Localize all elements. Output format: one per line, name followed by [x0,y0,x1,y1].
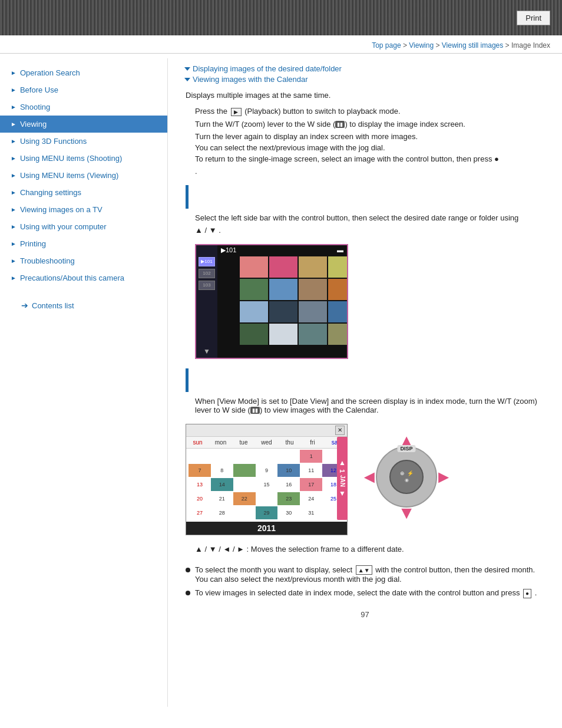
cal-cell [256,450,278,463]
cam-cell [328,279,348,300]
cal-cell: 15 [256,478,278,491]
sidebar-item-label: Precautions/About this camera [20,274,124,282]
zoom-icon: ⊕ [400,470,405,476]
sidebar-item-label: Troubleshooting [20,256,75,265]
breadcrumb: Top page > Viewing > Viewing still image… [0,35,562,54]
cal-cell: 21 [211,492,233,505]
sidebar-item-operation-search[interactable]: ► Operation Search [0,64,167,81]
sidebar-item-menu-viewing[interactable]: ► Using MENU items (Viewing) [0,167,167,184]
sidebar-item-3d[interactable]: ► Using 3D Functions [0,133,167,150]
arrow-icon: ► [11,189,16,196]
sidebar-item-label: Using MENU items (Viewing) [20,171,118,180]
folder-section [186,185,544,209]
dial-icons: ⊕ ⚡ [400,470,414,476]
cam-cell [328,324,348,345]
bullet-item-1: To select the month you want to display,… [186,565,544,584]
arrow-icon: ► [11,172,16,179]
cal-cell [233,464,256,477]
arrow-icon: ► [11,121,16,127]
sidebar-item-viewing[interactable]: ► Viewing [0,116,167,133]
blue-bar [186,185,189,209]
cal-cell: 31 [300,506,322,519]
cal-cell: 10 [277,464,300,477]
arrow-icon: ► [11,223,16,230]
step-2: Turn the W/T (zoom) lever to the W side … [186,120,544,129]
section-link-calendar[interactable]: Viewing images with the Calendar [186,75,544,84]
cal-cell [233,506,256,519]
cal-cell: 23 [277,492,300,505]
bullet-dot [186,568,190,572]
print-button[interactable]: Print [517,11,550,25]
page-number: 97 [186,610,544,619]
section-link-date[interactable]: Displaying images of the desired date/fo… [186,64,544,73]
cal-cell: 24 [300,492,322,505]
dial-inner-circle: ⊕ ⚡ ◉ [389,460,424,494]
cal-day-tue: tue [232,438,255,447]
playback-icon: ▶ [231,108,242,116]
cal-day-headers: sun mon tue wed thu fri sat [186,437,347,449]
breadcrumb-viewing-still[interactable]: Viewing still images [442,41,504,50]
breadcrumb-top[interactable]: Top page [372,41,401,50]
cal-body: 1 7 8 9 10 11 12 [186,449,347,522]
cal-header: ✕ [186,424,347,437]
arrow-icon: ► [11,258,16,264]
calendar-desc: When [View Mode] is set to [Date View] a… [186,397,544,414]
cam-cell [240,324,268,345]
cal-cell [211,450,233,463]
calendar-section [186,368,544,392]
bullet-text-2: To view images in selected date in index… [195,588,537,598]
triangle-icon [184,78,190,81]
sidebar-item-troubleshooting[interactable]: ► Troubleshooting [0,252,167,269]
step-3: Turn the lever again to display an index… [186,132,544,141]
triangle-icon [184,67,190,71]
arrow-icon: ► [11,155,16,162]
sidebar-item-precautions[interactable]: ► Precautions/About this camera [0,269,167,286]
main-layout: ► Operation Search ► Before Use ► Shooti… [0,58,562,707]
dial-right-arrow: ► [435,467,452,487]
step-period: . [186,167,544,176]
sidebar-item-changing-settings[interactable]: ► Changing settings [0,184,167,201]
section-link-date-label: Displaying images of the desired date/fo… [193,64,342,73]
blue-bar-2 [186,368,189,392]
cal-cell: 20 [189,492,211,505]
cal-cell: 7 [189,464,211,477]
cal-cell: 8 [211,464,233,477]
dial-outer-ring: ⊕ ⚡ ◉ [376,446,437,508]
sidebar-item-menu-shooting[interactable]: ► Using MENU items (Shooting) [0,150,167,167]
control-dial-area: ▲ ▼ ◄ ► ⊕ ⚡ [365,430,448,518]
cal-cell: 29 [256,506,278,519]
folder-arrows: ▲ / ▼ . [186,226,544,235]
flash-icon: ⚡ [407,470,414,476]
sidebar-item-label: Operation Search [20,68,80,77]
cal-row-2: 7 8 9 10 11 12 [189,464,345,477]
cal-cell [233,478,256,491]
cam-cell [299,279,327,300]
contents-list-link[interactable]: ➔ Contents list [11,296,167,315]
sidebar-item-printing[interactable]: ► Printing [0,235,167,252]
cal-cell: 30 [277,506,300,519]
cal-row-1: 1 [189,450,345,463]
sidebar-item-tv[interactable]: ► Viewing images on a TV [0,201,167,218]
sidebar-item-label: Shooting [20,103,50,111]
bullet-dot [186,591,190,595]
cal-cell [277,450,300,463]
arrow-right-icon: ➔ [21,301,28,310]
step-1: Press the ▶ (Playback) button to switch … [186,107,544,116]
sidebar-item-before-use[interactable]: ► Before Use [0,81,167,98]
breadcrumb-current: Image Index [511,41,550,50]
controls-label: ▲ / ▼ / ◄ / ► : Moves the selection fram… [186,545,544,554]
cam-cell [269,301,297,322]
arrow-icon: ► [11,104,16,110]
intro-text: Displays multiple images at the same tim… [186,91,544,100]
sidebar-item-shooting[interactable]: ► Shooting [0,98,167,116]
wt-icon: ▮▮ [335,121,345,128]
cal-close-button[interactable]: ✕ [335,426,345,435]
cal-cell: 13 [189,478,211,491]
disp-label: DISP [397,445,415,452]
center-button-icon: ● [523,589,531,598]
wt-icon-2: ▮▮ [250,407,260,414]
breadcrumb-viewing[interactable]: Viewing [409,41,434,50]
timer-icon: ◉ [405,477,409,483]
folder-desc: Select the left side bar with the contro… [186,213,544,222]
sidebar-item-computer[interactable]: ► Using with your computer [0,218,167,235]
